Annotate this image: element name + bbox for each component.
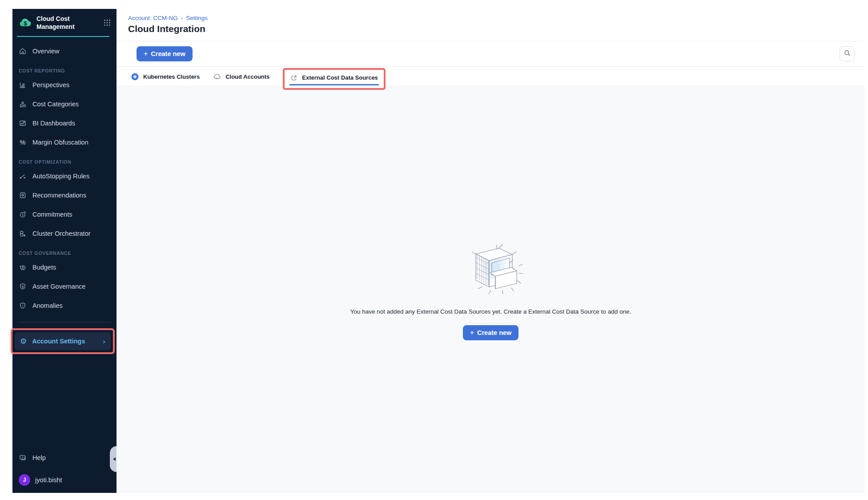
sidebar-divider [18,322,111,323]
sidebar-item-label: Overview [32,48,59,55]
tab-cloud-accounts[interactable]: Cloud Accounts [213,73,269,81]
cloud-icon [213,73,221,81]
categories-icon [19,100,27,108]
sidebar: $ Cloud Cost Management [12,9,117,493]
sidebar-collapse-handle[interactable] [110,446,117,472]
breadcrumb-settings-link[interactable]: Settings [186,15,208,21]
breadcrumb-separator-icon: › [178,15,186,21]
chevron-right-icon: › [103,338,105,345]
search-button[interactable] [840,46,855,61]
home-icon [19,47,27,55]
sidebar-item-account-settings[interactable]: ⚙ Account Settings › [15,332,111,350]
piggy-bank-icon: $ [19,263,27,271]
empty-state-message: You have not added any External Cost Dat… [350,308,631,315]
sidebar-item-budgets[interactable]: $ Budgets [12,258,117,277]
sidebar-bottom: ? Help J jyoti.bisht [12,454,117,493]
section-cost-governance: COST GOVERNANCE [12,243,117,258]
breadcrumb: Account: CCM-NG › Settings [128,15,865,21]
tab-label: Kubernetes Clusters [143,73,200,80]
svg-text:!: ! [22,303,24,307]
breadcrumb-account-link[interactable]: Account: CCM-NG [128,15,178,21]
sidebar-item-anomalies[interactable]: ! Anomalies [12,296,117,315]
tab-content: You have not added any External Cost Dat… [117,87,865,493]
empty-drawer-illustration [456,241,526,297]
sidebar-item-label: Account Settings [32,338,85,345]
sidebar-item-autostopping-rules[interactable]: AutoStopping Rules [12,166,117,185]
empty-create-new-button[interactable]: + Create new [463,325,519,340]
app-grid-icon[interactable] [103,19,111,27]
sidebar-item-cluster-orchestrator[interactable]: Cluster Orchestrator [12,224,117,243]
sidebar-item-label: Recommendations [32,192,86,199]
diamond-tag-icon [19,191,27,199]
sidebar-item-perspectives[interactable]: Perspectives [12,75,117,94]
external-link-icon [290,74,297,81]
tab-kubernetes-clusters[interactable]: Kubernetes Clusters [131,73,200,81]
svg-text:$: $ [22,266,24,270]
plus-icon: + [470,329,474,336]
sidebar-item-overview[interactable]: Overview [12,41,117,60]
create-new-label: Create new [477,329,511,336]
avatar: J [19,474,30,486]
percent-icon: % [19,138,27,146]
app-root: $ Cloud Cost Management [12,9,865,493]
bar-chart-icon [19,81,27,89]
sidebar-item-cost-categories[interactable]: Cost Categories [12,94,117,113]
sidebar-item-label: Perspectives [32,81,69,89]
plus-icon: + [144,50,148,57]
cluster-gear-icon [19,230,27,238]
sidebar-item-label: Asset Governance [32,283,85,290]
sidebar-item-label: BI Dashboards [32,120,75,127]
annotation-box-active-tab: External Cost Data Sources [283,68,386,90]
sidebar-item-label: Cost Categories [32,101,79,108]
sidebar-item-label: Margin Obfuscation [32,139,88,146]
sidebar-item-label: Commitments [32,211,72,218]
sidebar-nav: Overview COST REPORTING Perspectives Cos… [12,37,117,315]
help-chat-icon: ? [19,454,27,462]
shield-dollar-icon: $ [19,282,27,290]
section-cost-reporting: COST REPORTING [12,60,117,75]
sidebar-item-asset-governance[interactable]: $ Asset Governance [12,277,117,296]
search-icon [844,49,851,59]
tab-label: External Cost Data Sources [302,74,378,81]
sidebar-item-commitments[interactable]: Commitments [12,205,117,224]
sidebar-item-label: AutoStopping Rules [32,173,89,180]
toolbar: + Create new [117,41,865,67]
sidebar-item-label: Cluster Orchestrator [32,230,91,237]
svg-text:$: $ [24,20,27,27]
annotation-box-account-settings: ⚙ Account Settings › [11,328,115,354]
sidebar-item-help[interactable]: ? Help [19,454,110,462]
tab-external-cost-data-sources[interactable]: External Cost Data Sources [290,74,378,81]
active-tab-underline [289,84,379,85]
user-name: jyoti.bisht [35,476,62,484]
sidebar-item-label: Help [32,454,46,461]
section-cost-optimization: COST OPTIMIZATION [12,152,117,166]
sidebar-item-margin-obfuscation[interactable]: % Margin Obfuscation [12,133,117,152]
clock-refresh-icon [19,210,27,218]
svg-text:$: $ [22,284,24,288]
sidebar-item-label: Anomalies [32,302,63,309]
create-new-button[interactable]: + Create new [137,46,193,61]
main-area: Account: CCM-NG › Settings Cloud Integra… [117,9,865,493]
cloud-dollar-logo: $ [19,16,32,29]
gear-icon: ⚙ [20,338,27,345]
svg-text:?: ? [21,456,24,460]
user-menu[interactable]: J jyoti.bisht [19,474,110,486]
chevron-left-icon [111,457,116,461]
create-new-label: Create new [151,50,185,57]
tab-bar: Kubernetes Clusters Cloud Accounts [117,67,865,87]
sidebar-header: $ Cloud Cost Management [12,9,117,36]
dashboard-image-icon [19,119,27,127]
shield-alert-icon: ! [19,302,27,310]
sidebar-item-bi-dashboards[interactable]: BI Dashboards [12,113,117,133]
slope-dots-icon [19,172,27,180]
tab-label: Cloud Accounts [225,73,269,80]
kubernetes-icon [131,73,139,81]
sidebar-item-label: Budgets [32,264,56,271]
page-title: Cloud Integration [128,24,865,34]
app-title: Cloud Cost Management [36,15,100,31]
sidebar-item-recommendations[interactable]: Recommendations [12,185,117,205]
page-header: Account: CCM-NG › Settings Cloud Integra… [117,9,865,41]
